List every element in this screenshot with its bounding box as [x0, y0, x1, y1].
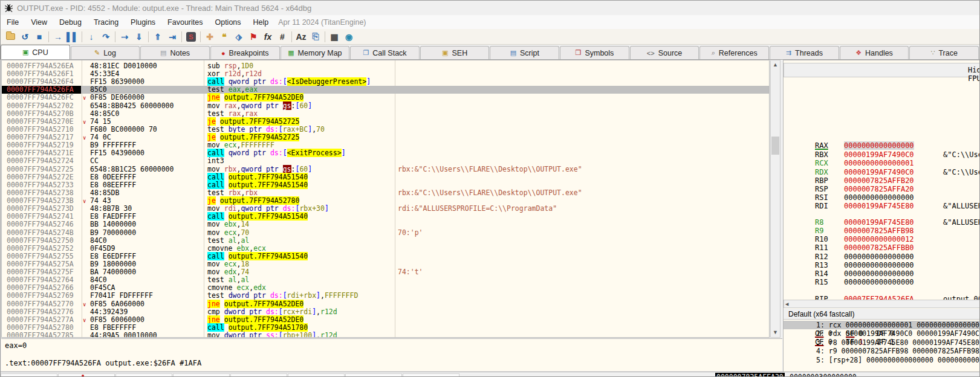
tab-references[interactable]: ⌕References — [699, 46, 769, 59]
token-m — [224, 173, 229, 181]
function-icon[interactable]: fx — [261, 31, 275, 43]
menu-item-plugins[interactable]: Plugins — [125, 16, 161, 28]
argument-row[interactable]: 3: r8 00000199AF745E80 00000199AF745E80 — [784, 338, 980, 347]
pause-icon[interactable]: ▌▌ — [65, 31, 80, 43]
register-name-rbx: RBX — [815, 150, 828, 159]
tab-seh[interactable]: ▣SEH — [420, 46, 490, 59]
disasm-row[interactable]: 00007FF794A52746BB 14000000mov ebx,14 — [2, 221, 769, 228]
modules-icon[interactable]: ⎘ — [308, 31, 323, 43]
restart-icon[interactable]: ↺ — [18, 31, 32, 43]
register-value-rbp: 0000007825AFFB20 — [844, 176, 914, 185]
disasm-row[interactable]: 00007FF794A5270E∨74 15je output.7FF794A5… — [2, 118, 769, 126]
dump-tab-stub[interactable] — [173, 373, 230, 377]
argument-row[interactable]: 1: rcx 0000000000000001 0000000000000000 — [784, 321, 980, 329]
menu-item-file[interactable]: File — [1, 16, 25, 28]
disasm-row[interactable]: 00007FF794A5277A∨0F85 60060000jne output… — [2, 316, 769, 324]
tab-memory-map-icon: ▦ — [288, 49, 294, 57]
menu-item-favourites[interactable]: Favourites — [161, 16, 209, 28]
run-to-user-code-icon[interactable]: ⇥ — [165, 31, 180, 43]
calling-convention-header[interactable]: Default (x64 fastcall) — [784, 309, 980, 320]
tab-source[interactable]: <>Source — [630, 46, 699, 59]
register-value-r13: 0000000000000000 — [844, 261, 914, 269]
label-icon[interactable]: ⬗ — [232, 31, 246, 43]
argument-row[interactable]: 2: rdx 00000199AF7490C0 00000199AF7490C0 — [784, 329, 980, 338]
open-file-icon[interactable] — [3, 31, 18, 43]
run-to-selection-icon[interactable]: ⇢ — [117, 31, 132, 43]
dump-tab-stub[interactable] — [115, 373, 172, 377]
argument-row[interactable]: 4: r9 0000007825AFFB98 0000007825AFFB98 — [784, 347, 980, 355]
scroll-down-icon[interactable]: ▼ — [771, 328, 780, 337]
hash-icon[interactable]: # — [275, 31, 290, 43]
run-icon[interactable]: → — [51, 31, 65, 43]
disasm-row[interactable]: 00007FF794A52770∨0F85 6A060000jne output… — [2, 300, 769, 308]
disasm-row[interactable]: 00007FF794A52724CCint3 — [2, 157, 769, 165]
disasm-row[interactable]: 00007FF794A5276484C0test al,al — [2, 276, 769, 284]
patch-icon[interactable]: ✚ — [203, 31, 217, 43]
disassembly-scrollbar[interactable]: ▲ ▼ — [770, 60, 780, 338]
menu-item-debug[interactable]: Debug — [53, 16, 88, 28]
dump-tab-stub[interactable] — [58, 373, 115, 377]
instruction-text: je output.7FF794A52780 — [207, 197, 299, 205]
menu-item-tracing[interactable]: Tracing — [88, 16, 125, 28]
step-into-icon[interactable]: ↓ — [84, 31, 99, 43]
animate-into-icon[interactable]: S — [184, 31, 198, 43]
step-over-icon[interactable]: ↷ — [99, 31, 113, 43]
tab-threads[interactable]: ⇉Threads — [770, 46, 839, 59]
dump-tab-stub[interactable] — [288, 373, 345, 377]
execute-till-return-icon[interactable]: ⇑ — [151, 31, 165, 43]
bookmark-icon[interactable]: ⚑ — [246, 31, 261, 43]
dump-tab-stub[interactable] — [1, 373, 57, 377]
stop-icon[interactable]: ■ — [32, 31, 47, 43]
step-out-icon[interactable]: ⇓ — [132, 31, 146, 43]
disasm-row[interactable]: 00007FF794A5271EFF15 04390000call qword … — [2, 149, 769, 157]
disasm-row[interactable]: 00007FF794A527520F45D9cmovne ebx,ecx — [2, 245, 769, 253]
argument-row[interactable]: 5: [rsp+28] 0000000000000000 00000000000… — [784, 356, 980, 364]
menu-item-view[interactable]: View — [25, 16, 53, 28]
disasm-row[interactable]: 00007FF794A5278544:89A5 00010000mov dwor… — [2, 332, 769, 338]
tab-breakpoints[interactable]: ●Breakpoints — [210, 46, 280, 59]
disasm-row[interactable]: 00007FF794A527026548:8B0425 60000000mov … — [2, 102, 769, 110]
registers-hscrollbar[interactable]: ◀ — [784, 300, 980, 308]
disasm-row[interactable]: 00007FF794A527256548:8B1C25 60000000mov … — [2, 166, 769, 173]
disasm-row[interactable]: 00007FF794A5277644:392439cmp dword ptr d… — [2, 308, 769, 316]
scroll-up-icon[interactable]: ▲ — [771, 60, 780, 69]
tab-log[interactable]: ✎Log — [71, 46, 140, 59]
hide-fpu-button[interactable]: Hide FPU — [968, 66, 980, 83]
bottom-panes-strip[interactable]: 0000007825AFFA20 0000000300000000 — [1, 372, 980, 377]
tab-trace[interactable]: ∵Trace — [909, 46, 979, 59]
disasm-row[interactable]: 00007FF794A5270B48:85C0test rax,rax — [2, 110, 769, 118]
disasm-row[interactable]: 00007FF794A5275084C0test al,al — [2, 237, 769, 245]
tab-handles[interactable]: ❖Handles — [840, 46, 909, 59]
disasm-row[interactable]: 00007FF794A52710F680 BC000000 70test byt… — [2, 126, 769, 134]
disasm-row[interactable]: 00007FF794A5274BB9 70000000mov ecx,7070:… — [2, 229, 769, 237]
dump-tab-stub[interactable] — [230, 373, 287, 377]
disasm-row[interactable]: 00007FF794A52769F7041F FDFFFFFFtest dwor… — [2, 292, 769, 300]
stack-address[interactable]: 0000007825AFFA20 — [715, 373, 785, 377]
strings-icon[interactable]: Az — [294, 31, 308, 43]
disasm-row[interactable]: 00007FF794A52733E8 08EEFFFFcall output.7… — [2, 181, 769, 189]
scroll-left-icon[interactable]: ◀ — [785, 301, 788, 307]
tab-script[interactable]: ▤Script — [490, 46, 559, 59]
calculator-icon[interactable]: ▦ — [327, 31, 342, 43]
comment-icon[interactable]: ❝ — [217, 31, 232, 43]
tab-call-stack[interactable]: ❐Call Stack — [350, 46, 420, 59]
disasm-row[interactable]: 00007FF794A5275FBA 74000000mov edx,7474:… — [2, 268, 769, 276]
menu-item-options[interactable]: Options — [209, 16, 247, 28]
dump-tab-stub[interactable] — [403, 373, 459, 377]
token-m: test — [207, 188, 229, 197]
disasm-row[interactable]: 00007FF794A5273848:85DBtest rbx,rbxrbx:&… — [2, 189, 769, 197]
dump-tab-stub[interactable] — [345, 373, 402, 377]
tab-symbols[interactable]: ❒Symbols — [560, 46, 629, 59]
disasm-row[interactable]: 00007FF794A526F4FF15 86390000call qword … — [2, 78, 769, 86]
disassembly-pane[interactable]: 00007FF794A526EA48:81EC D0010000sub rsp,… — [1, 60, 770, 338]
scrollbar-thumb[interactable] — [771, 137, 779, 155]
registers-pane[interactable]: Hide FPU RAX0000000000000000RBX00000199A… — [783, 60, 980, 372]
tab-cpu[interactable]: ▣CPU — [1, 45, 70, 59]
tab-memory-map[interactable]: ▦Memory Map — [281, 46, 350, 59]
internet-icon[interactable]: ◉ — [342, 31, 356, 43]
instruction-address: 00007FF794A52702 — [7, 102, 74, 110]
tab-notes[interactable]: ▤Notes — [140, 46, 210, 59]
disasm-row[interactable]: 00007FF794A5272EE8 0DEEFFFFcall output.7… — [2, 173, 769, 181]
menu-item-help[interactable]: Help — [247, 16, 275, 28]
disasm-row[interactable]: 00007FF794A526FC∨0F85 DE060000jne output… — [2, 94, 769, 102]
